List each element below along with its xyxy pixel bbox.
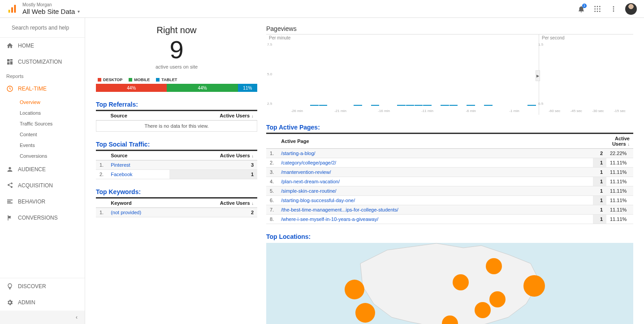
active-page-link[interactable]: /starting-blog-successful-day-one/ (277, 196, 593, 205)
location-bubble[interactable] (486, 258, 502, 274)
nav-customization[interactable]: CUSTOMIZATION (0, 54, 85, 70)
collapse-sidebar-button[interactable]: ‹ (0, 311, 85, 324)
active-page-link[interactable]: /simple-skin-care-routine/ (277, 186, 593, 196)
flag-icon (6, 214, 13, 221)
right-now-title: Right now (96, 25, 257, 35)
per-second-chart: Per second 1.510.5 -60 sec-45 sec-30 sec… (539, 35, 633, 115)
sub-locations[interactable]: Locations (0, 108, 85, 118)
us-map-shape (347, 243, 553, 324)
sub-content[interactable]: Content (0, 129, 85, 140)
location-bubble[interactable] (475, 302, 491, 318)
col-active-users[interactable]: Active Users↓ (179, 199, 257, 208)
svg-point-6 (594, 8, 596, 9)
svg-point-8 (599, 8, 601, 9)
active-page-link[interactable]: /the-best-time-management...ips-for-coll… (277, 205, 593, 215)
svg-point-14 (613, 10, 614, 12)
col-active-users[interactable]: Active Users↓ (593, 134, 633, 149)
active-users-sub: active users on site (96, 64, 257, 69)
notifications-button[interactable]: 3 (575, 3, 588, 15)
table-row: 6./starting-blog-successful-day-one/111.… (266, 196, 633, 205)
col-source[interactable]: Source (107, 151, 169, 160)
account-switcher[interactable]: Mostly Morgan All Web Site Data ▾ (22, 2, 80, 16)
col-active-users[interactable]: Active Users↓ (169, 151, 257, 160)
social-source[interactable]: Facebook (107, 170, 169, 179)
col-active-users[interactable]: Active Users↓ (162, 111, 257, 121)
nav-home[interactable]: HOME (0, 38, 85, 54)
home-icon (6, 42, 13, 49)
sub-traffic[interactable]: Traffic Sources (0, 118, 85, 129)
seg-mobile: 44% (167, 84, 238, 92)
nav-conversions[interactable]: CONVERSIONS (0, 210, 85, 226)
svg-rect-2 (14, 4, 16, 12)
top-social-title: Top Social Traffic: (96, 141, 257, 148)
active-page-link[interactable]: /where-i-see-myself-in-10-years-a-giveaw… (277, 215, 593, 224)
chart-expand-handle[interactable]: ▶ (536, 70, 540, 81)
app-header: Mostly Morgan All Web Site Data ▾ 3 (0, 0, 644, 18)
keyword-cell[interactable]: (not provided) (107, 208, 179, 217)
top-active-pages-table: Active Page Active Users↓ 1./starting-a-… (266, 134, 633, 224)
svg-point-3 (594, 6, 596, 7)
search-row (0, 18, 85, 38)
nav-discover[interactable]: DISCOVER (0, 278, 85, 294)
sidebar: HOME CUSTOMIZATION Reports REAL-TIME Ove… (0, 18, 85, 324)
reports-label: Reports (0, 70, 85, 81)
nav-realtime[interactable]: REAL-TIME (0, 81, 85, 97)
col-keyword[interactable]: Keyword (107, 199, 179, 208)
svg-point-5 (599, 6, 601, 7)
top-referrals-title: Top Referrals: (96, 101, 257, 108)
active-page-link[interactable]: /plan-next-dream-vacation/ (277, 177, 593, 186)
bulb-icon (6, 283, 13, 290)
location-bubble[interactable] (489, 291, 506, 307)
search-input[interactable] (12, 25, 79, 31)
seg-tablet: 11% (238, 84, 257, 92)
person-icon (6, 166, 13, 173)
col-active-page[interactable]: Active Page (277, 134, 593, 149)
more-button[interactable] (607, 3, 620, 15)
active-page-link[interactable]: /mantervention-review/ (277, 168, 593, 177)
top-referrals-table: Source Active Users↓ There is no data fo… (96, 111, 257, 132)
nav-behavior[interactable]: BEHAVIOR (0, 194, 85, 210)
sort-desc-icon: ↓ (251, 114, 254, 118)
chevron-left-icon: ‹ (76, 314, 78, 320)
seg-desktop: 44% (96, 84, 167, 92)
gear-icon (6, 299, 13, 306)
sort-desc-icon: ↓ (252, 201, 254, 206)
nav-acquisition[interactable]: ACQUISITION (0, 177, 85, 194)
nav-admin[interactable]: ADMIN (0, 294, 85, 311)
table-row: 8./where-i-see-myself-in-10-years-a-give… (266, 215, 633, 224)
svg-rect-1 (11, 7, 13, 13)
table-row: 2.Facebook1 (96, 170, 257, 179)
dashboard-icon (6, 58, 13, 65)
referrals-empty: There is no data for this view. (96, 121, 257, 132)
location-bubble[interactable] (345, 280, 364, 299)
mobile-swatch (129, 78, 132, 82)
clock-icon (6, 85, 13, 92)
sub-conversions[interactable]: Conversions (0, 151, 85, 161)
location-bubble[interactable] (453, 274, 469, 290)
view-name: All Web Site Data ▾ (22, 8, 80, 16)
user-avatar[interactable] (625, 3, 637, 15)
svg-point-7 (597, 8, 598, 9)
social-source[interactable]: Pinterest (107, 160, 169, 170)
notification-badge: 3 (582, 4, 587, 8)
table-row: 1.(not provided)2 (96, 208, 257, 217)
apps-button[interactable] (591, 3, 604, 15)
table-row: 1./starting-a-blog/222.22% (266, 149, 633, 158)
sub-events[interactable]: Events (0, 140, 85, 151)
table-row: 3./mantervention-review/111.11% (266, 168, 633, 177)
locations-map[interactable] (266, 243, 633, 324)
sort-desc-icon: ↓ (252, 154, 254, 158)
device-legend: DESKTOP MOBILE TABLET (96, 78, 257, 82)
active-page-link[interactable]: /category/college/page/2/ (277, 158, 593, 168)
table-row: 1.Pinterest3 (96, 160, 257, 170)
table-row: 5./simple-skin-care-routine/111.11% (266, 186, 633, 196)
col-source[interactable]: Source (107, 111, 163, 121)
location-bubble[interactable] (355, 303, 375, 323)
content: Right now 9 active users on site DESKTOP… (85, 18, 644, 324)
nav-audience[interactable]: AUDIENCE (0, 161, 85, 177)
per-minute-chart: Per minute 7.55.02.5 -26 min-21 min-16 m… (266, 35, 539, 115)
top-active-pages-title: Top Active Pages: (266, 124, 633, 131)
location-bubble[interactable] (523, 275, 545, 297)
active-page-link[interactable]: /starting-a-blog/ (277, 149, 593, 158)
sub-overview[interactable]: Overview (0, 97, 85, 108)
